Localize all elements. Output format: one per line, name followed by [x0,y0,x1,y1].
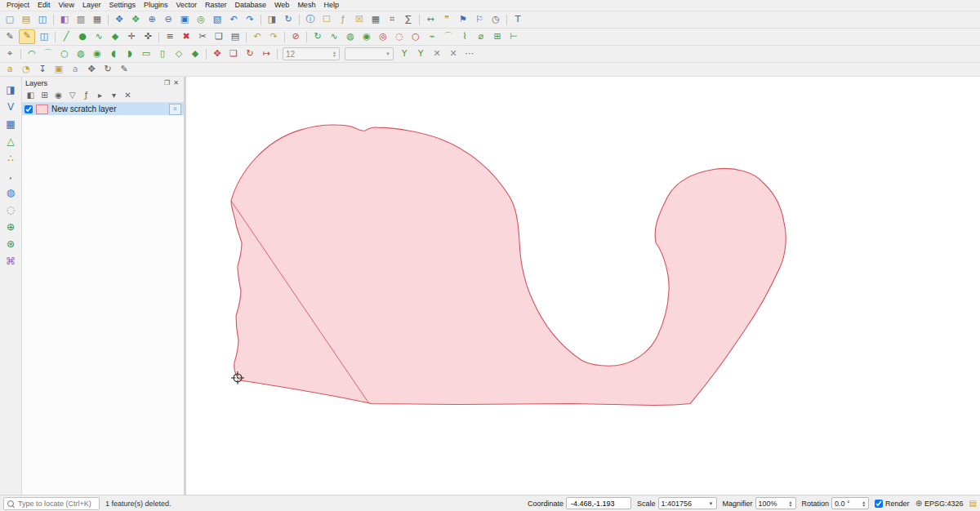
close-panel-icon[interactable]: ✕ [172,79,180,87]
split-parts-tool[interactable]: ⌀ [474,30,488,43]
show-bookmarks-button[interactable]: ⚐ [472,13,487,26]
menu-settings[interactable]: Settings [105,0,140,11]
layout-manager-button[interactable]: ▦ [90,13,105,26]
render-toggle[interactable]: Render [875,500,910,508]
open-project-button[interactable]: ▤ [19,13,33,26]
add-wfs-layer-button[interactable]: ⊛ [2,237,19,251]
redo-button[interactable]: ↷ [266,30,281,43]
offset-curve-tool[interactable]: ⌒ [441,30,456,43]
refresh-map-button[interactable]: ↻ [281,13,296,26]
rotate-label-tool[interactable]: ↻ [100,63,115,76]
rotation-spinbox[interactable]: 0.0 ° ▲▼ [831,497,869,509]
magnifier-spinbox[interactable]: 100% ▲▼ [755,497,796,509]
menu-edit[interactable]: Edit [33,0,55,11]
zoom-last-tool[interactable]: ↶ [226,13,241,26]
open-layer-styling-panel-button[interactable]: ◧ [24,90,37,101]
menu-project[interactable]: Project [2,0,33,11]
new-virtual-layer-button[interactable]: ⌘ [2,254,19,269]
coordinate-input[interactable] [569,499,626,509]
delete-part-tool[interactable]: ○ [408,30,423,43]
add-line-feature-tool[interactable]: ∿ [91,30,106,43]
ellipse-from-extent-tool[interactable]: ◗ [122,47,137,60]
collapse-all-button[interactable]: ▾ [108,90,120,101]
topological-editing-toggle[interactable]: Y [397,47,412,60]
select-features-tool[interactable]: ☐ [319,13,334,26]
measure-line-tool[interactable]: ↔ [423,13,438,26]
spinner-arrows-icon[interactable]: ▲▼ [862,500,866,507]
regular-polygon-center-tool[interactable]: ◆ [188,47,203,60]
fill-ring-tool[interactable]: ◎ [376,30,390,43]
reshape-features-tool[interactable]: ⌁ [425,30,439,43]
modify-attributes-button[interactable]: ≡ [163,30,177,43]
change-label-properties-tool[interactable]: ✎ [117,63,131,76]
add-spatialite-layer-button[interactable]: ◌ [2,202,19,217]
menu-view[interactable]: View [55,0,78,11]
add-polygon-feature-tool[interactable]: ◆ [108,30,122,43]
scale-combo[interactable]: 1:401756 ▼ [658,497,717,509]
zoom-next-tool[interactable]: ↷ [243,13,257,26]
vertex-tool-all-layers[interactable]: ✛ [124,30,139,43]
delete-selected-button[interactable]: ✖ [179,30,194,43]
undo-button[interactable]: ↶ [250,30,265,43]
rectangle-from-center-tool[interactable]: ▯ [155,47,170,60]
highlight-pinned-labels-button[interactable]: ▣ [51,63,66,76]
save-project-button[interactable]: ◫ [35,13,50,26]
add-ring-tool[interactable]: ◍ [343,30,358,43]
new-map-annotation-tool[interactable]: T [510,13,525,26]
zoom-out-tool[interactable]: ⊖ [161,13,176,26]
filter-legend-button[interactable]: ▽ [66,90,78,101]
map-canvas[interactable] [186,77,980,495]
delete-ring-tool[interactable]: ◌ [392,30,407,43]
trim-extend-tool[interactable]: ⊢ [506,30,521,43]
circle-3-points-tool[interactable]: ◍ [74,47,88,60]
unit-combo[interactable]: ▼ [345,47,394,60]
split-features-tool[interactable]: ⌇ [457,30,472,43]
messages-log-button[interactable]: ▤ [969,499,977,508]
tracing-toggle[interactable]: Y [413,47,428,60]
circle-2-points-tool[interactable]: ○ [57,47,72,60]
remove-layer-button[interactable]: ✕ [122,90,134,101]
delete-selected-part-tool[interactable]: ✕ [446,47,461,60]
circle-center-point-tool[interactable]: ◉ [90,47,105,60]
add-part-tool[interactable]: ◉ [359,30,374,43]
add-postgis-layer-button[interactable]: ◍ [2,185,19,200]
show-hide-labels-tool[interactable]: a [68,63,82,76]
new-project-button[interactable]: ▢ [2,13,17,26]
pin-unpin-labels-tool[interactable]: ↧ [35,63,50,76]
delete-vertex-tool[interactable]: ✕ [430,47,444,60]
zoom-full-tool[interactable]: ▣ [177,13,192,26]
copy-move-feature-tool[interactable]: ❏ [226,47,241,60]
statistical-summary-button[interactable]: ∑ [401,13,416,26]
vertex-tool-current-layer[interactable]: ✜ [140,30,155,43]
manage-map-themes-button[interactable]: ◉ [52,90,65,101]
layer-visibility-checkbox[interactable] [24,105,33,113]
rectangle-from-extent-tool[interactable]: ▭ [139,47,154,60]
render-checkbox[interactable] [875,500,883,508]
zoom-in-tool[interactable]: ⊕ [145,13,159,26]
menu-vector[interactable]: Vector [172,0,201,11]
expand-all-button[interactable]: ▸ [94,90,106,101]
select-by-expression-tool[interactable]: ƒ [336,13,350,26]
identify-features-tool[interactable]: ⓘ [303,13,318,26]
cancel-edits-button[interactable]: ⊘ [288,30,303,43]
rotate-point-symbols-tool[interactable]: ↻ [243,47,257,60]
merge-features-tool[interactable]: ⊞ [490,30,505,43]
spinner-arrows-icon[interactable]: ▲▼ [332,51,336,57]
layer-diagram-options-button[interactable]: ◔ [19,63,33,76]
add-raster-layer-button[interactable]: ▦ [2,117,19,131]
open-data-source-manager-button[interactable]: ◨ [2,82,19,97]
deselect-all-button[interactable]: ☒ [352,13,367,26]
layer-item-new-scratch-layer[interactable]: New scratch layer ⌗ [22,103,184,115]
layer-labeling-options-button[interactable]: a [2,63,17,76]
add-wms-layer-button[interactable]: ⊕ [2,220,19,234]
rotate-feature-tool[interactable]: ↻ [310,30,325,43]
ellipse-center-2-points-tool[interactable]: ◖ [106,47,121,60]
regular-polygon-2-points-tool[interactable]: ◇ [172,47,186,60]
add-point-feature-tool[interactable]: ● [75,30,90,43]
circular-string-tool[interactable]: ◠ [24,47,39,60]
pan-to-selection-tool[interactable]: ✥ [128,13,143,26]
field-calculator-button[interactable]: ⌗ [385,13,399,26]
paste-features-button[interactable]: ▤ [228,30,243,43]
style-manager-button[interactable]: ◧ [57,13,72,26]
size-spinbox[interactable]: 12 ▲▼ [283,47,340,60]
